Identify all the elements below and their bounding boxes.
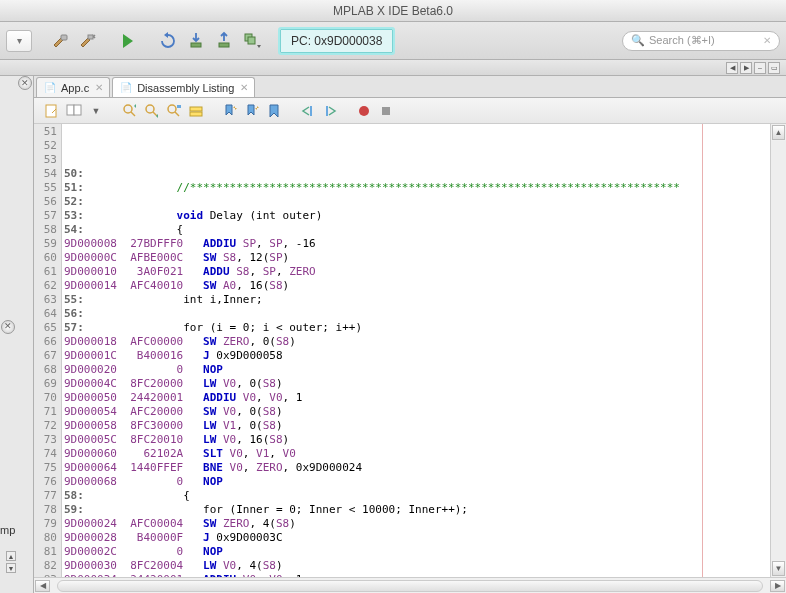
highlight-button[interactable] [186,101,206,121]
panel-close-button[interactable]: ✕ [18,76,32,90]
line-number: 70 [34,391,61,405]
line-number: 62 [34,279,61,293]
upload-button[interactable] [212,29,236,53]
line-number: 82 [34,559,61,573]
debug-button[interactable] [240,29,264,53]
horizontal-scrollbar[interactable]: ◀ ▶ [34,577,786,593]
code-line[interactable]: 9D000018 AFC00000 SW ZERO, 0(S8) [64,335,770,349]
window-title: MPLAB X IDE Beta6.0 [333,4,453,18]
search-input[interactable]: 🔍 Search (⌘+I) ✕ [622,31,780,51]
code-line[interactable]: 9D00005C 8FC20010 LW V0, 16(S8) [64,433,770,447]
code-line[interactable]: 9D000014 AFC40010 SW A0, 16(S8) [64,279,770,293]
shift-left-button[interactable] [298,101,318,121]
dropdown-icon: ▾ [17,35,22,46]
tab-disassembly[interactable]: 📄 Disassembly Listing ✕ [112,77,255,97]
code-line[interactable]: 53: void Delay (int outer) [64,209,770,223]
play-icon [123,34,133,48]
code-line[interactable]: 9D00004C 8FC20000 LW V0, 0(S8) [64,377,770,391]
run-button[interactable] [116,29,140,53]
code-line[interactable]: 9D00000C AFBE000C SW S8, 12(SP) [64,251,770,265]
macro-record-button[interactable] [354,101,374,121]
code-line[interactable]: 9D000060 62102A SLT V0, V1, V0 [64,447,770,461]
side-down-button[interactable]: ▼ [6,563,16,573]
code-line[interactable]: 52: [64,195,770,209]
scroll-up-button[interactable]: ▲ [772,125,785,140]
next-bookmark-button[interactable] [242,101,262,121]
code-line[interactable]: 9D000050 24420001 ADDIU V0, V0, 1 [64,391,770,405]
nav-prev-button[interactable]: ◀ [726,62,738,74]
code-line[interactable]: 56: [64,307,770,321]
dropdown-button[interactable]: ▼ [86,101,106,121]
code-line[interactable]: 55: int i,Inner; [64,293,770,307]
code-line[interactable]: 9D000030 8FC20004 LW V0, 4(S8) [64,559,770,573]
code-line[interactable]: 9D000020 0 NOP [64,363,770,377]
line-number: 65 [34,321,61,335]
code-line[interactable]: 9D00002C 0 NOP [64,545,770,559]
highlight-icon [188,103,204,119]
minimize-button[interactable]: – [754,62,766,74]
macro-stop-button[interactable] [376,101,396,121]
search-down-icon [144,103,160,119]
code-line[interactable]: 9D00001C B400016 J 0x9D000058 [64,349,770,363]
find-next-button[interactable] [142,101,162,121]
build-button[interactable] [48,29,72,53]
scroll-track[interactable] [771,141,786,560]
prev-bookmark-button[interactable] [220,101,240,121]
source-icon [44,103,60,119]
vertical-scrollbar[interactable]: ▲ ▼ [770,124,786,577]
line-number: 72 [34,419,61,433]
toggle-bookmark-button[interactable] [264,101,284,121]
code-line[interactable]: 50: [64,167,770,181]
code-line[interactable]: 9D000064 1440FFEF BNE V0, ZERO, 0x9D0000… [64,461,770,475]
search-clear-icon[interactable]: ✕ [763,35,771,46]
panel-close-button-2[interactable]: ✕ [1,320,15,334]
debug-dropdown-icon [242,31,262,51]
scroll-left-button[interactable]: ◀ [35,580,50,592]
code-line[interactable]: 51: //**********************************… [64,181,770,195]
code-line[interactable]: 9D000010 3A0F021 ADDU S8, SP, ZERO [64,265,770,279]
svg-rect-5 [248,37,255,44]
history-button[interactable] [64,101,84,121]
code-line[interactable]: 54: { [64,223,770,237]
code-line[interactable]: 9D000008 27BDFFF0 ADDIU SP, SP, -16 [64,237,770,251]
tab-close-icon[interactable]: ✕ [240,82,248,93]
nav-next-button[interactable]: ▶ [740,62,752,74]
scroll-right-button[interactable]: ▶ [770,580,785,592]
hscroll-track[interactable] [57,580,763,592]
search-up-icon [122,103,138,119]
code-line[interactable]: 9D000068 0 NOP [64,475,770,489]
line-number: 74 [34,447,61,461]
clean-build-button[interactable] [76,29,100,53]
side-up-button[interactable]: ▲ [6,551,16,561]
scroll-down-button[interactable]: ▼ [772,561,785,576]
shift-right-button[interactable] [320,101,340,121]
code-line[interactable]: 9D000024 AFC00004 SW ZERO, 4(S8) [64,517,770,531]
pc-display[interactable]: PC: 0x9D000038 [280,29,393,53]
find-select-button[interactable] [164,101,184,121]
line-number: 57 [34,209,61,223]
svg-rect-2 [191,43,201,47]
config-combo[interactable]: ▾ [6,30,32,52]
line-number: 76 [34,475,61,489]
download-button[interactable] [184,29,208,53]
c-file-icon: 📄 [43,81,57,95]
window-title-bar: MPLAB X IDE Beta6.0 [0,0,786,22]
tab-app-c[interactable]: 📄 App.c ✕ [36,77,110,97]
svg-rect-16 [326,106,328,116]
tab-close-icon[interactable]: ✕ [95,82,103,93]
source-button[interactable] [42,101,62,121]
code-line[interactable]: 9D000034 24420001 ADDIU V0, V0, 1 [64,573,770,577]
find-prev-button[interactable] [120,101,140,121]
code-line[interactable]: 58: { [64,489,770,503]
disassembly-code[interactable]: 50:51: //*******************************… [62,124,770,577]
code-line[interactable]: 59: for (Inner = 0; Inner < 10000; Inner… [64,503,770,517]
reset-button[interactable] [156,29,180,53]
hammer-broom-icon [78,31,98,51]
code-line[interactable]: 57: for (i = 0; i < outer; i++) [64,321,770,335]
code-line[interactable]: 9D000058 8FC30000 LW V1, 0(S8) [64,419,770,433]
code-line[interactable]: 9D000054 AFC20000 SW V0, 0(S8) [64,405,770,419]
code-line[interactable]: 9D000028 B40000F J 0x9D00003C [64,531,770,545]
record-icon [356,103,372,119]
maximize-button[interactable]: ▭ [768,62,780,74]
line-number: 83 [34,573,61,577]
